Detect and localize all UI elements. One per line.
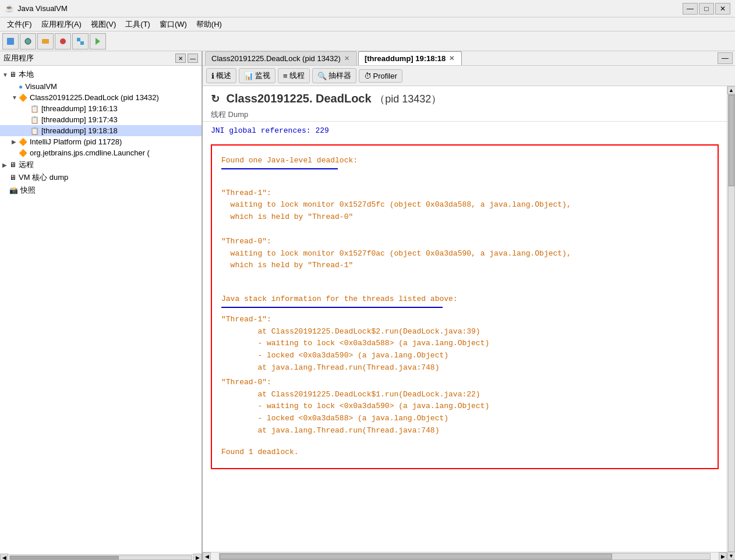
menu-tools[interactable]: 工具(T) [121,18,155,31]
toolbar-btn-1[interactable] [2,33,19,49]
tree-label-visualvm: VisualVM [25,82,57,91]
left-panel-close[interactable]: ✕ [175,54,186,63]
svg-marker-6 [96,38,100,45]
deadlock-underline1 [221,168,338,169]
bscroll-left[interactable]: ◀ [203,552,211,561]
svg-point-1 [25,38,31,44]
content-area: ↻ Class20191225. DeadLock （pid 13432） 线程… [203,86,727,560]
svg-rect-4 [77,38,80,41]
tab-main[interactable]: Class20191225.DeadLock (pid 13432) ✕ [205,51,357,65]
content-tab-bar: ℹ 概述 📊 监视 ≡ 线程 🔍 抽样器 ⏱ Profiler [203,66,735,86]
tree-label-remote: 远程 [19,160,34,170]
tree-item-td3[interactable]: 📋 [threaddump] 19:18:18 [0,125,202,136]
tree-item-visualvm[interactable]: ● VisualVM [0,81,202,92]
bscroll-track [219,553,711,560]
toolbar-btn-5[interactable] [72,33,89,49]
stack-thread1-line3: - locked <0x0a3da590> (a java.lang.Objec… [221,350,708,362]
page-subtitle: 线程 Dump [203,108,727,122]
toolbar-btn-6[interactable] [90,33,106,49]
vscroll-down[interactable]: ▼ [727,552,736,560]
svg-rect-0 [7,38,14,45]
stack-thread0-header: "Thread-0": [221,377,708,389]
toolbar-btn-2[interactable] [20,33,36,49]
tree-item-td2[interactable]: 📋 [threaddump] 19:17:43 [0,114,202,125]
page-title-bar: ↻ Class20191225. DeadLock （pid 13432） [203,86,727,108]
tab-threaddump[interactable]: [threaddump] 19:18:18 ✕ [358,51,462,65]
hscroll-thumb[interactable] [10,556,119,559]
page-title-main: Class20191225. DeadLock [227,92,372,105]
minimize-button[interactable]: — [683,3,698,15]
stack-thread0-line1: at Class20191225.DeadLock$1.run(DeadLock… [221,389,708,401]
jni-line: JNI global references: 229 [211,126,719,135]
content-tab-threads[interactable]: ≡ 线程 [278,68,310,83]
toolbar-btn-4[interactable] [55,33,71,49]
content-tab-threads-label: 线程 [289,70,305,81]
tree-area: ▼ 🖥 本地 ● VisualVM ▼ 🔶 Class20191225.Dead… [0,66,202,554]
content-tab-overview-label: 概述 [216,70,231,81]
menu-window[interactable]: 窗口(W) [155,18,192,31]
left-panel-collapse[interactable]: — [188,54,198,63]
page-title-sub: （pid 13432） [374,93,441,105]
right-scrollbar: ▲ ▼ [727,86,735,560]
menu-app[interactable]: 应用程序(A) [37,18,86,31]
tree-item-class[interactable]: ▼ 🔶 Class20191225.DeadLock (pid 13432) [0,92,202,103]
hscroll-track [9,555,192,560]
left-panel: 应用程序 ✕ — ▼ 🖥 本地 ● VisualVM ▼ 🔶 [0,51,203,560]
menu-view[interactable]: 视图(V) [86,18,121,31]
tree-item-remote[interactable]: ▶ 🖥 远程 [0,158,202,171]
hscroll-right[interactable]: ▶ [193,554,202,561]
panel-collapse-btn[interactable]: — [718,52,733,64]
right-panel: Class20191225.DeadLock (pid 13432) ✕ [th… [203,51,735,560]
content-tab-profiler[interactable]: ⏱ Profiler [359,69,402,83]
svg-rect-2 [42,39,49,44]
title-text: Java VisualVM [17,4,68,13]
bscroll-thumb[interactable] [220,554,612,559]
deadlock-thread1-line1: waiting to lock monitor 0x1527d5fc (obje… [221,199,708,211]
svg-rect-5 [80,41,84,45]
deadlock-header: Found one Java-level deadlock: [221,155,708,167]
left-panel-controls: ✕ — [175,54,198,63]
toolbar-btn-3[interactable] [37,33,54,49]
tab-strip-right: — [718,52,733,64]
content-tab-monitor[interactable]: 📊 监视 [239,68,275,83]
stack-thread1-header: "Thread-1": [221,314,708,326]
tree-item-td1[interactable]: 📋 [threaddump] 19:16:13 [0,103,202,114]
toolbar [0,31,735,51]
restore-button[interactable]: □ [699,3,714,15]
window-controls: — □ ✕ [683,3,730,15]
tree-label-td1: [threaddump] 19:16:13 [41,104,118,113]
app-icon: ☕ [5,4,14,13]
stack-header: Java stack information for the threads l… [221,281,708,306]
content-tab-sampler[interactable]: 🔍 抽样器 [312,68,356,83]
tree-item-local[interactable]: ▼ 🖥 本地 [0,68,202,81]
hscroll-left[interactable]: ◀ [0,554,8,561]
content-with-scrollbar: ↻ Class20191225. DeadLock （pid 13432） 线程… [203,86,735,560]
tree-item-vmdump[interactable]: 🖥 VM 核心 dump [0,171,202,184]
vscroll-thumb[interactable] [729,95,734,186]
tree-label-class: Class20191225.DeadLock (pid 13432) [30,93,159,102]
bscroll-right[interactable]: ▶ [719,552,727,561]
threads-icon: ≡ [283,72,288,80]
menu-file[interactable]: 文件(F) [2,18,37,31]
tree-item-intellij[interactable]: ▶ 🔶 IntelliJ Platform (pid 11728) [0,136,202,147]
stack-thread0-line3: - locked <0x0a3da588> (a java.lang.Objec… [221,413,708,425]
menu-help[interactable]: 帮助(H) [192,18,227,31]
stack-thread1-line2: - waiting to lock <0x0a3da588> (a java.l… [221,338,708,350]
left-panel-title: 应用程序 [3,53,34,63]
tab-threaddump-label: [threaddump] 19:18:18 [365,54,446,63]
tree-item-jetbrains[interactable]: 🔶 org.jetbrains.jps.cmdline.Launcher ( [0,147,202,158]
tab-threaddump-close[interactable]: ✕ [448,55,455,62]
main-layout: 应用程序 ✕ — ▼ 🖥 本地 ● VisualVM ▼ 🔶 [0,51,735,560]
content-tab-overview[interactable]: ℹ 概述 [206,68,236,83]
vscroll-up[interactable]: ▲ [727,86,736,94]
tab-main-close[interactable]: ✕ [343,55,351,62]
deadlock-thread1-line2: which is held by "Thread-0" [221,211,708,224]
tree-item-snapshot[interactable]: 📸 快照 [0,184,202,197]
tab-strip-outer: Class20191225.DeadLock (pid 13432) ✕ [th… [203,51,735,66]
deadlock-box: Found one Java-level deadlock: "Thread-1… [211,144,719,469]
deadlock-thread0-line1: waiting to lock monitor 0x1527f0ac (obje… [221,248,708,260]
close-button[interactable]: ✕ [715,3,730,15]
tree-label-td2: [threaddump] 19:17:43 [41,115,118,124]
title-bar: ☕ Java VisualVM — □ ✕ [0,0,735,17]
overview-icon: ℹ [211,72,214,80]
